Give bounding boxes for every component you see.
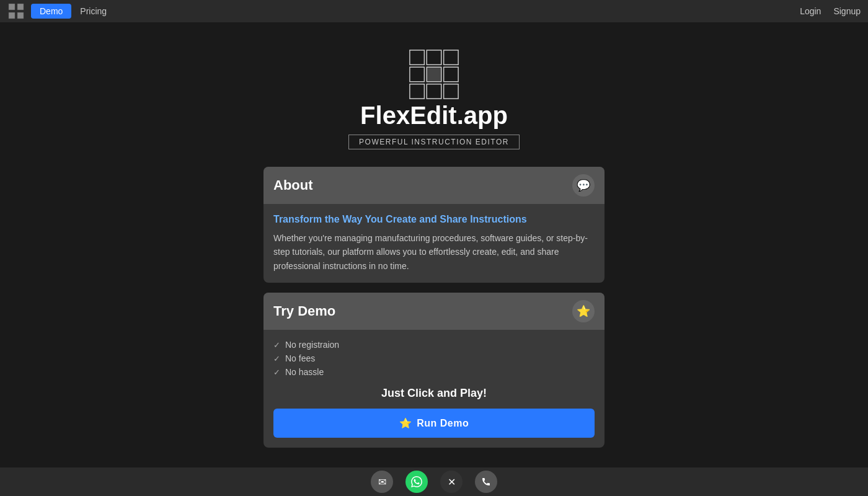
app-title: FlexEdit.app — [360, 102, 508, 130]
svg-rect-10 — [410, 84, 424, 99]
checklist-item-2: ✓ No hassle — [273, 367, 595, 377]
svg-rect-6 — [444, 50, 458, 64]
svg-rect-0 — [9, 4, 15, 10]
svg-rect-5 — [427, 50, 441, 64]
checklist-item-0: ✓ No registraion — [273, 340, 595, 350]
svg-rect-4 — [410, 50, 424, 64]
svg-rect-7 — [410, 67, 424, 81]
phone-social-button[interactable] — [475, 471, 497, 493]
run-demo-button[interactable]: ⭐ Run Demo — [273, 409, 595, 438]
run-demo-star-icon: ⭐ — [399, 417, 412, 429]
about-body-text: Whether you're managing manufacturing pr… — [273, 231, 595, 273]
email-social-button[interactable]: ✉ — [371, 471, 393, 493]
nav-login[interactable]: Login — [800, 6, 821, 16]
demo-checklist: ✓ No registraion ✓ No fees ✓ No hassle — [273, 340, 595, 377]
main-content: FlexEdit.app POWERFUL INSTRUCTION EDITOR… — [0, 22, 868, 458]
app-logo — [7, 2, 25, 20]
svg-rect-9 — [444, 67, 458, 81]
star-icon: ⭐ — [572, 300, 595, 322]
check-icon-1: ✓ — [273, 354, 280, 363]
demo-card-header: Try Demo ⭐ — [264, 293, 604, 330]
demo-card-body: ✓ No registraion ✓ No fees ✓ No hassle J… — [264, 330, 604, 448]
run-demo-label: Run Demo — [417, 418, 469, 429]
svg-rect-12 — [444, 84, 458, 99]
about-card: About 💬 Transform the Way You Create and… — [264, 167, 604, 283]
svg-rect-8 — [427, 67, 441, 81]
about-card-title: About — [273, 177, 313, 193]
cta-text: Just Click and Play! — [273, 387, 595, 400]
demo-card-title: Try Demo — [273, 303, 335, 319]
svg-rect-2 — [9, 12, 15, 19]
svg-rect-3 — [17, 12, 24, 19]
check-icon-0: ✓ — [273, 340, 280, 350]
twitter-social-button[interactable]: ✕ — [440, 471, 463, 493]
nav-tab-pricing[interactable]: Pricing — [71, 4, 115, 19]
nav-right: Login Signup — [800, 6, 861, 16]
app-logo-icon — [407, 47, 461, 102]
svg-rect-1 — [17, 4, 24, 10]
about-heading: Transform the Way You Create and Share I… — [273, 214, 595, 225]
logo-area: FlexEdit.app POWERFUL INSTRUCTION EDITOR — [348, 47, 520, 149]
about-card-header: About 💬 — [264, 167, 604, 204]
svg-rect-11 — [427, 84, 441, 99]
navbar: Demo Pricing Login Signup — [0, 0, 868, 22]
nav-signup[interactable]: Signup — [833, 6, 861, 16]
about-card-body: Transform the Way You Create and Share I… — [264, 204, 604, 283]
whatsapp-social-button[interactable] — [405, 471, 428, 493]
app-subtitle: POWERFUL INSTRUCTION EDITOR — [348, 135, 520, 149]
nav-tab-demo[interactable]: Demo — [31, 4, 71, 19]
chat-icon: 💬 — [572, 174, 595, 197]
demo-card: Try Demo ⭐ ✓ No registraion ✓ No fees ✓ … — [264, 293, 604, 448]
bottom-bar: ✉ ✕ — [0, 467, 868, 496]
checklist-item-1: ✓ No fees — [273, 353, 595, 363]
check-icon-2: ✓ — [273, 368, 280, 377]
